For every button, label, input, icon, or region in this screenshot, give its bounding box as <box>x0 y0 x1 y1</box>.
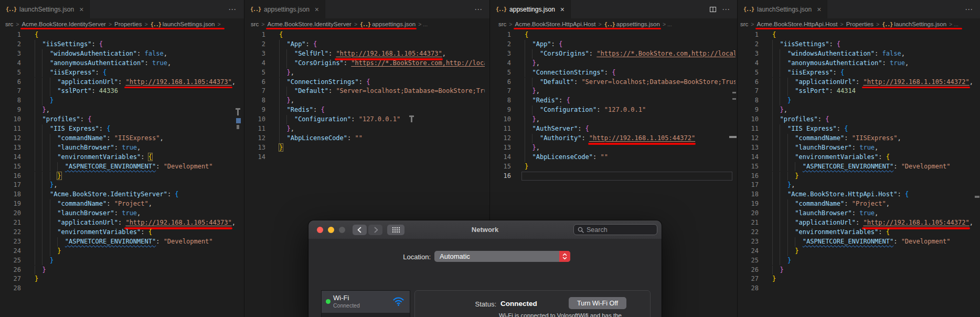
code-line[interactable]: 19 "commandName": "Project", <box>0 199 243 209</box>
code-line[interactable]: 28 <box>0 284 243 293</box>
code-line[interactable]: 16 } <box>0 172 243 181</box>
breadcrumb-item[interactable]: appsettings.json <box>616 21 660 27</box>
dialog-titlebar[interactable]: Network Search <box>308 220 662 239</box>
code-line[interactable]: 27} <box>0 274 243 284</box>
breadcrumb[interactable]: src>Acme.BookStore.HttpApi.Host>{..}apps… <box>490 18 738 30</box>
code-line[interactable]: 21 "applicationUrl": "http://192.168.1.1… <box>738 218 979 228</box>
tab-launchSettings.json[interactable]: {..}launchSettings.json× <box>738 0 827 18</box>
code-line[interactable]: 28 <box>738 284 979 293</box>
code-line[interactable]: 7 "sslPort": 44314 <box>738 87 979 96</box>
code-line[interactable]: 22 "environmentVariables": { <box>0 228 243 237</box>
fullscreen-window-button[interactable] <box>339 227 345 233</box>
breadcrumb[interactable]: src>Acme.BookStore.IdentityServer>{..}ap… <box>244 18 490 30</box>
code-line[interactable]: 2 "App": { <box>244 40 485 49</box>
breadcrumb-item[interactable]: Acme.BookStore.HttpApi.Host <box>757 21 837 27</box>
code-line[interactable]: 5 "ConnectionStrings": { <box>490 68 736 78</box>
code-line[interactable]: 7 "sslPort": 44336 <box>0 87 243 96</box>
close-window-button[interactable] <box>317 227 323 233</box>
code-line[interactable]: 1{ <box>0 30 243 40</box>
close-tab-icon[interactable]: × <box>560 5 564 14</box>
code-line[interactable]: 4 "anonymousAuthentication": true, <box>0 59 243 68</box>
code-editor[interactable]: 1{2 "iisSettings": {3 "windowsAuthentica… <box>738 30 979 317</box>
code-line[interactable]: 23 "ASPNETCORE_ENVIRONMENT": "Developmen… <box>738 237 979 247</box>
code-line[interactable]: 12 "AbpLicenseCode": "" <box>244 134 485 143</box>
code-line[interactable]: 11 "IIS Express": { <box>0 124 243 134</box>
breadcrumb-item[interactable]: launchSettings.json <box>163 21 215 27</box>
code-line[interactable]: 18 "Acme.BookStore.HttpApi.Host": { <box>738 190 979 199</box>
list-item-bluetooth-pan[interactable]: Bluetooth PAN Not Connected <box>322 313 410 317</box>
code-line[interactable]: 11 }, <box>244 124 485 134</box>
turn-wifi-off-button[interactable]: Turn Wi-Fi Off <box>569 297 626 309</box>
code-line[interactable]: 20 "launchBrowser": true, <box>0 209 243 218</box>
code-line[interactable]: 9 }, <box>738 105 979 115</box>
code-line[interactable]: 8 } <box>738 96 979 105</box>
more-actions-icon[interactable]: ⋯ <box>471 5 490 14</box>
code-line[interactable]: 11 "AuthServer": { <box>490 124 736 134</box>
code-line[interactable]: 6 "ConnectionStrings": { <box>244 78 485 87</box>
code-line[interactable]: 15 "ASPNETCORE_ENVIRONMENT": "Developmen… <box>0 162 243 172</box>
code-line[interactable]: 26 } <box>738 266 979 275</box>
list-item-wifi[interactable]: Wi-Fi Connected <box>322 291 410 313</box>
code-line[interactable]: 13 "launchBrowser": true, <box>0 143 243 153</box>
code-line[interactable]: 6 "applicationUrl": "http://192.168.1.10… <box>0 78 243 87</box>
tab-appsettings.json[interactable]: {..}appsettings.json× <box>490 0 571 18</box>
code-line[interactable]: 6 "applicationUrl": "http://192.168.1.10… <box>738 78 979 87</box>
forward-button[interactable] <box>368 225 382 235</box>
code-line[interactable]: 11 "IIS Express": { <box>738 124 979 134</box>
code-line[interactable]: 3 "windowsAuthentication": false, <box>738 49 979 59</box>
code-line[interactable]: 24 } <box>738 247 979 256</box>
breadcrumb-item[interactable]: src <box>498 21 506 27</box>
code-line[interactable]: 3 "SelfUrl": "http://192.168.1.105:44373… <box>244 49 485 59</box>
breadcrumb-item[interactable]: src <box>740 21 748 27</box>
code-line[interactable]: 5 "iisExpress": { <box>0 68 243 78</box>
breadcrumb[interactable]: src>Acme.BookStore.HttpApi.Host>Properti… <box>738 18 980 30</box>
code-line[interactable]: 20 "launchBrowser": true, <box>738 209 979 218</box>
breadcrumb-item[interactable]: launchSettings.json <box>894 21 946 27</box>
code-line[interactable]: 14 <box>244 153 485 162</box>
code-line[interactable]: 7 "Default": "Server=localhost;Database=… <box>244 87 485 96</box>
code-line[interactable]: 5 }, <box>244 68 485 78</box>
location-dropdown[interactable]: Automatic <box>434 251 570 262</box>
code-line[interactable]: 1{ <box>490 30 736 40</box>
code-line[interactable]: 25 } <box>0 256 243 266</box>
code-line[interactable]: 3 "windowsAuthentication": false, <box>0 49 243 59</box>
code-line[interactable]: 14 "environmentVariables": { <box>0 153 243 162</box>
tab-appsettings.json[interactable]: {..}appsettings.json× <box>244 0 325 18</box>
code-line[interactable]: 16 } <box>738 172 979 181</box>
code-line[interactable]: 26 } <box>0 266 243 275</box>
code-line[interactable]: 13 }, <box>490 143 736 153</box>
code-line[interactable]: 13} <box>244 143 485 153</box>
show-all-preferences-button[interactable] <box>387 225 404 235</box>
code-line[interactable]: 8 }, <box>244 96 485 105</box>
tab-launchSettings.json[interactable]: {..}launchSettings.json× <box>0 0 90 18</box>
code-line[interactable]: 15} <box>490 162 736 172</box>
search-input[interactable]: Search <box>573 224 657 235</box>
code-line[interactable]: 14 "AbpLicenseCode": "" <box>490 153 736 162</box>
breadcrumb-item[interactable]: appsettings.json <box>372 21 416 27</box>
code-line[interactable]: 10 }, <box>490 115 736 124</box>
code-line[interactable]: 24 } <box>0 247 243 256</box>
breadcrumb-item[interactable]: Properties <box>846 21 874 27</box>
code-line[interactable]: 8 } <box>0 96 243 105</box>
code-line[interactable]: 27} <box>738 274 979 284</box>
close-tab-icon[interactable]: × <box>79 5 83 14</box>
code-line[interactable]: 7 }, <box>490 87 736 96</box>
code-line[interactable]: 10 "Configuration": "127.0.0.1" <box>244 115 485 124</box>
code-line[interactable]: 12 "commandName": "IISExpress", <box>738 134 979 143</box>
code-line[interactable]: 3 "CorsOrigins": "https://*.BookStore.co… <box>490 49 736 59</box>
breadcrumb-item[interactable]: Acme.BookStore.IdentityServer <box>267 21 351 27</box>
code-line[interactable]: 18 "Acme.BookStore.IdentityServer": { <box>0 190 243 199</box>
code-line[interactable]: 10 "profiles": { <box>0 115 243 124</box>
code-line[interactable]: 9 "Redis": { <box>244 105 485 115</box>
code-line[interactable]: 17 }, <box>0 181 243 190</box>
code-line[interactable]: 13 "launchBrowser": true, <box>738 143 979 153</box>
minimize-window-button[interactable] <box>328 227 334 233</box>
code-line[interactable]: 5 "iisExpress": { <box>738 68 979 78</box>
split-editor-icon[interactable] <box>709 6 717 13</box>
code-line[interactable]: 9 }, <box>0 105 243 115</box>
code-line[interactable]: 1{ <box>244 30 485 40</box>
close-tab-icon[interactable]: × <box>817 5 821 14</box>
code-line[interactable]: 4 "CorsOrigins": "https://*.BookStore.co… <box>244 59 485 68</box>
code-line[interactable]: 25 } <box>738 256 979 266</box>
more-actions-icon[interactable]: ⋯ <box>719 5 738 14</box>
